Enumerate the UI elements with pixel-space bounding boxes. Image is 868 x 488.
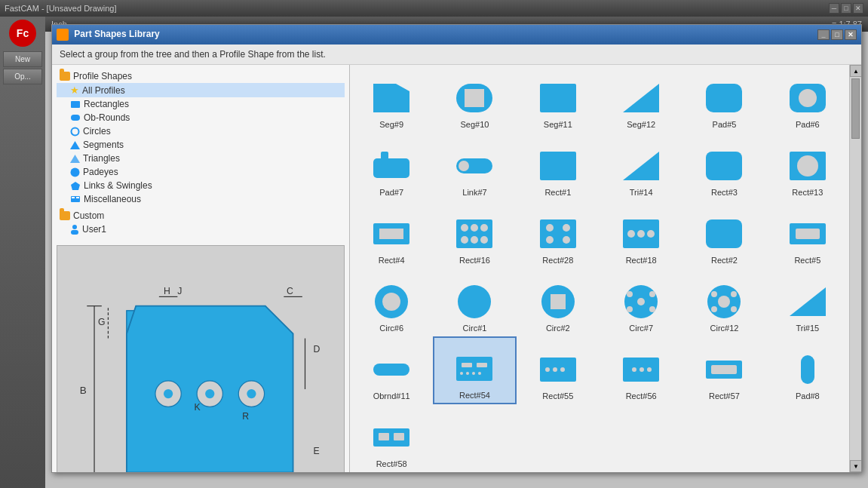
shape-cell-rect4[interactable]: Rect#4 [350, 201, 433, 269]
tree-item-miscellaneous[interactable]: Miscellaneous [57, 192, 345, 206]
svg-point-95 [731, 306, 737, 312]
svg-point-93 [731, 291, 737, 297]
svg-point-18 [247, 389, 256, 398]
dialog-title-bar: Part Shapes Library _ □ ✕ [52, 25, 861, 45]
svg-point-52 [459, 161, 469, 171]
shape-cell-rect58[interactable]: Rect#58 [350, 404, 433, 472]
svg-text:H: H [164, 286, 170, 296]
shape-cell-obrnd11[interactable]: Obrnd#11 [350, 336, 433, 404]
shape-image-rect18 [618, 215, 664, 253]
shape-label-rect3: Rect#3 [711, 188, 738, 197]
custom-folder-icon [60, 211, 70, 220]
shape-cell-seg12[interactable]: Seg#12 [600, 65, 682, 133]
shape-cell-rect18[interactable]: Rect#18 [600, 201, 682, 269]
tree-item-user1[interactable]: User1 [57, 223, 345, 236]
shape-cell-rect1[interactable]: Rect#1 [517, 133, 600, 201]
shape-cell-pad8[interactable]: Pad#8 [766, 336, 849, 404]
shape-label-circ12: Circ#12 [710, 324, 739, 333]
shape-label-circ2: Circ#2 [546, 324, 570, 333]
miscellaneous-label: Miscellaneous [84, 194, 141, 204]
shape-label-seg9: Seg#9 [379, 120, 403, 129]
svg-point-75 [647, 230, 655, 238]
svg-point-110 [632, 367, 636, 372]
close-button[interactable]: ✕ [853, 3, 863, 14]
tree-item-links-swingles[interactable]: Links & Swingles [57, 179, 345, 192]
tree-item-ob-rounds[interactable]: Ob-Rounds [57, 111, 345, 124]
svg-point-87 [649, 291, 655, 297]
shape-cell-rect57[interactable]: Rect#57 [682, 336, 765, 404]
shape-cell-seg10[interactable]: Seg#10 [433, 65, 516, 133]
scroll-up-button[interactable]: ▲ [850, 65, 861, 77]
shape-cell-rect5[interactable]: Rect#5 [766, 201, 849, 269]
svg-rect-8 [72, 197, 75, 198]
ob-rounds-label: Ob-Rounds [84, 112, 130, 123]
shape-cell-tri15[interactable]: Tri#15 [766, 269, 849, 336]
dialog-title-buttons: _ □ ✕ [817, 29, 857, 40]
title-bar: FastCAM - [Unsaved Drawing] ─ □ ✕ [0, 0, 868, 17]
shape-cell-pad5[interactable]: Pad#5 [682, 65, 765, 133]
shape-label-obrnd11: Obrnd#11 [373, 391, 410, 401]
restore-button[interactable]: □ [841, 3, 851, 14]
shape-label-pad8: Pad#8 [796, 391, 820, 401]
scroll-down-button[interactable]: ▼ [850, 460, 861, 472]
svg-rect-53 [540, 152, 576, 180]
svg-point-104 [478, 372, 481, 375]
shape-cell-pad6[interactable]: Pad#6 [766, 65, 849, 133]
shape-image-rect3 [701, 147, 747, 185]
tree-item-padeyes[interactable]: Padeyes [57, 165, 345, 179]
svg-point-70 [546, 236, 554, 244]
shape-cell-circ7[interactable]: Circ#7 [600, 269, 682, 336]
shape-cell-rect13[interactable]: Rect#13 [766, 133, 849, 201]
shape-cell-rect3[interactable]: Rect#3 [682, 133, 765, 201]
shape-image-seg11 [535, 79, 581, 117]
svg-rect-60 [456, 219, 492, 248]
svg-point-10 [72, 225, 77, 229]
svg-point-57 [797, 155, 818, 176]
dialog-close-button[interactable]: ✕ [845, 29, 857, 40]
tree-item-segments[interactable]: Segments [57, 138, 345, 152]
tree-item-rectangles[interactable]: Rectangles [57, 97, 345, 111]
shape-cell-rect28[interactable]: Rect#28 [517, 201, 600, 269]
dialog-minimize-button[interactable]: _ [817, 29, 830, 40]
dialog-body: Profile Shapes ★ All Profiles Rec [52, 65, 861, 472]
tree-section: Profile Shapes ★ All Profiles Rec [52, 65, 349, 241]
svg-rect-49 [373, 158, 409, 178]
shape-cell-seg11[interactable]: Seg#11 [517, 65, 600, 133]
title-bar-left: FastCAM - [Unsaved Drawing] [5, 4, 117, 13]
svg-point-69 [563, 224, 570, 232]
minimize-button[interactable]: ─ [829, 3, 839, 14]
shape-cell-rect55[interactable]: Rect#55 [517, 336, 600, 404]
padeye-icon [70, 167, 80, 177]
shape-cell-rect54[interactable]: Rect#54 [433, 336, 516, 404]
shape-cell-circ1[interactable]: Circ#1 [433, 269, 516, 336]
shape-label-circ6: Circ#6 [379, 324, 403, 333]
dialog-restore-button[interactable]: □ [831, 29, 843, 40]
tree-folder-profile-shapes[interactable]: Profile Shapes [57, 69, 345, 83]
shape-cell-tri14[interactable]: Tri#14 [600, 133, 682, 201]
svg-rect-76 [706, 219, 742, 248]
shape-cell-rect56[interactable]: Rect#56 [600, 336, 682, 404]
shape-cell-circ6[interactable]: Circ#6 [350, 269, 433, 336]
shape-cell-circ2[interactable]: Circ#2 [517, 269, 600, 336]
shape-image-rect28 [535, 215, 581, 253]
shape-cell-pad7[interactable]: Pad#7 [350, 133, 433, 201]
tree-item-all-profiles[interactable]: ★ All Profiles [57, 83, 345, 97]
shape-cell-rect16[interactable]: Rect#16 [433, 201, 516, 269]
open-button[interactable]: Op... [3, 69, 42, 84]
padeyes-label: Padeyes [83, 167, 118, 177]
svg-point-68 [546, 224, 554, 232]
circle-icon [70, 127, 80, 137]
tree-item-circles[interactable]: Circles [57, 124, 345, 138]
tree-item-triangles[interactable]: Triangles [57, 152, 345, 165]
svg-marker-96 [790, 287, 826, 316]
shape-cell-rect2[interactable]: Rect#2 [682, 201, 765, 269]
svg-rect-1 [71, 115, 80, 121]
shape-cell-link7[interactable]: Link#7 [433, 133, 516, 201]
new-button[interactable]: New [3, 51, 42, 67]
shape-cell-circ12[interactable]: Circ#12 [682, 269, 765, 336]
shape-cell-seg9[interactable]: Seg#9 [350, 65, 433, 133]
tree-folder-custom[interactable]: Custom [57, 209, 345, 223]
svg-point-64 [461, 236, 468, 244]
scrollbar-thumb[interactable] [851, 78, 860, 139]
shape-image-rect56 [618, 351, 664, 388]
